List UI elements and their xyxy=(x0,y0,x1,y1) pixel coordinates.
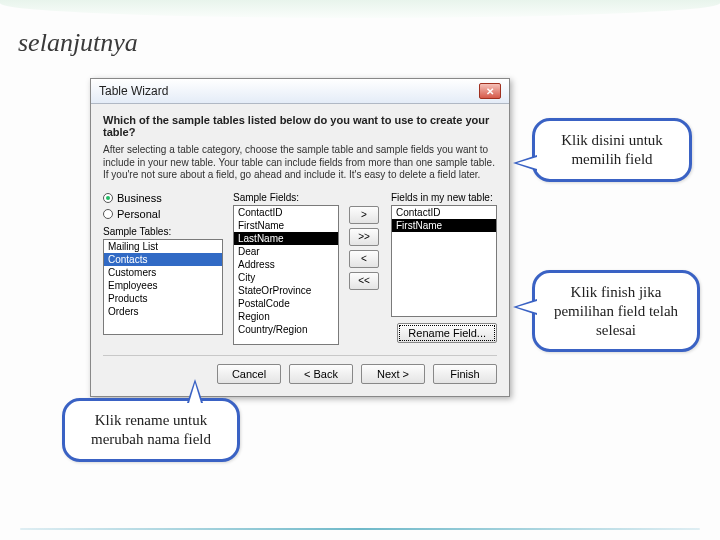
list-item[interactable]: Orders xyxy=(104,305,222,318)
callout-select-field: Klik disini untuk memilih field xyxy=(532,118,692,182)
slide-title: selanjutnya xyxy=(18,28,138,58)
callout-text: Klik disini untuk memilih field xyxy=(561,132,663,167)
sample-fields-label: Sample Fields: xyxy=(233,192,339,203)
list-item[interactable]: Mailing List xyxy=(104,240,222,253)
list-item[interactable]: LastName xyxy=(234,232,338,245)
callout-finish: Klik finish jika pemilihan field telah s… xyxy=(532,270,700,352)
list-item[interactable]: PostalCode xyxy=(234,297,338,310)
add-field-button[interactable]: > xyxy=(349,206,379,224)
sample-tables-listbox[interactable]: Mailing ListContactsCustomersEmployeesPr… xyxy=(103,239,223,335)
list-item[interactable]: Products xyxy=(104,292,222,305)
decorative-wave xyxy=(0,0,720,18)
list-item[interactable]: Region xyxy=(234,310,338,323)
callout-text: Klik finish jika pemilihan field telah s… xyxy=(554,284,678,338)
radio-icon xyxy=(103,193,113,203)
wizard-prompt: Which of the sample tables listed below … xyxy=(103,114,497,138)
sample-tables-label: Sample Tables: xyxy=(103,226,223,237)
list-item[interactable]: FirstName xyxy=(392,219,496,232)
callout-tail-icon xyxy=(513,155,537,171)
rename-field-button[interactable]: Rename Field... xyxy=(397,323,497,343)
radio-business-label: Business xyxy=(117,192,162,204)
back-button[interactable]: < Back xyxy=(289,364,353,384)
callout-text: Klik rename untuk merubah nama field xyxy=(91,412,211,447)
list-item[interactable]: Address xyxy=(234,258,338,271)
callout-tail-icon xyxy=(513,299,537,315)
callout-rename: Klik rename untuk merubah nama field xyxy=(62,398,240,462)
next-button[interactable]: Next > xyxy=(361,364,425,384)
list-item[interactable]: ContactID xyxy=(234,206,338,219)
list-item[interactable]: ContactID xyxy=(392,206,496,219)
radio-personal-label: Personal xyxy=(117,208,160,220)
radio-icon xyxy=(103,209,113,219)
list-item[interactable]: Employees xyxy=(104,279,222,292)
list-item[interactable]: Country/Region xyxy=(234,323,338,336)
new-fields-listbox[interactable]: ContactIDFirstName xyxy=(391,205,497,317)
table-wizard-dialog: Table Wizard ✕ Which of the sample table… xyxy=(90,78,510,397)
cancel-button[interactable]: Cancel xyxy=(217,364,281,384)
finish-button[interactable]: Finish xyxy=(433,364,497,384)
dialog-titlebar: Table Wizard ✕ xyxy=(91,79,509,104)
dialog-title: Table Wizard xyxy=(99,84,168,98)
list-item[interactable]: FirstName xyxy=(234,219,338,232)
list-item[interactable]: Customers xyxy=(104,266,222,279)
wizard-nav: Cancel < Back Next > Finish xyxy=(103,355,497,384)
radio-business[interactable]: Business xyxy=(103,192,223,204)
callout-tail-icon xyxy=(187,379,203,403)
decorative-footer-line xyxy=(20,528,700,530)
remove-field-button[interactable]: < xyxy=(349,250,379,268)
list-item[interactable]: Contacts xyxy=(104,253,222,266)
radio-personal[interactable]: Personal xyxy=(103,208,223,220)
add-all-fields-button[interactable]: >> xyxy=(349,228,379,246)
new-fields-label: Fields in my new table: xyxy=(391,192,497,203)
close-icon[interactable]: ✕ xyxy=(479,83,501,99)
list-item[interactable]: City xyxy=(234,271,338,284)
list-item[interactable]: StateOrProvince xyxy=(234,284,338,297)
wizard-description: After selecting a table category, choose… xyxy=(103,144,497,182)
list-item[interactable]: Dear xyxy=(234,245,338,258)
remove-all-fields-button[interactable]: << xyxy=(349,272,379,290)
sample-fields-listbox[interactable]: ContactIDFirstNameLastNameDearAddressCit… xyxy=(233,205,339,345)
